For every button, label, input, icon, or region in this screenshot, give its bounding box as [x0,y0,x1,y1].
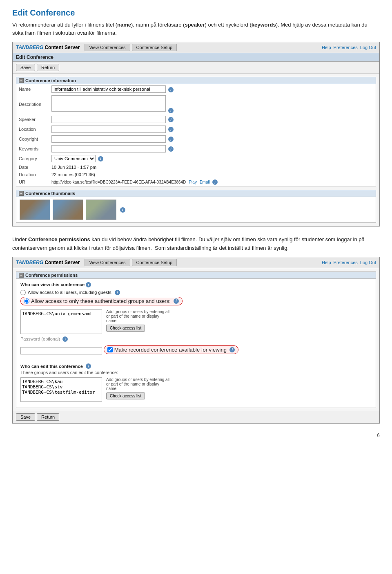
table-row: URI http://video.kau.se/tcs/?id=DBC9223A… [16,178,376,186]
perm-nav-tab-view[interactable]: View Conferences [85,259,130,266]
intro-paragraph: Vi rekommenderar att du fyller i filmens… [12,21,380,37]
thumbnail-1[interactable] [20,200,50,220]
thumbnail-2[interactable] [53,200,83,220]
allow-auth-info-icon[interactable]: i [174,298,179,304]
return-button-top[interactable]: Return [37,64,59,71]
view-users-hint-area: Add groups or users by entering all or p… [106,309,172,334]
make-available-info-icon[interactable]: i [229,347,235,352]
nav-tab-conference-setup[interactable]: Conference Setup [132,44,177,51]
conference-thumbnails-section: − Conference thumbnails i [16,190,376,223]
table-row: Copyright i [16,134,376,144]
perm-nav-tab-setup[interactable]: Conference Setup [132,259,177,266]
view-users-textarea[interactable]: TANDBERG-CS\univ gemensamt [20,309,102,334]
perm-nav-preferences[interactable]: Preferences [334,260,358,265]
return-button-bottom[interactable]: Return [37,413,59,421]
table-row: Name i [16,84,376,94]
nav-logout-link[interactable]: Log Out [360,45,376,50]
field-value-date: 10 Jun 2010 - 1:57 pm [49,164,376,171]
bottom-button-row: Save Return [13,411,379,423]
view-check-access-btn[interactable]: Check access list [106,325,145,332]
field-label-copyright: Copyright [16,134,49,144]
keywords-input[interactable] [51,145,166,152]
permissions-body: Who can view this conference i Allow acc… [16,279,376,408]
top-button-row: Save Return [13,62,379,74]
thumbnail-3[interactable] [86,200,116,220]
perm-brand-logo: TANDBERG Content Server [16,260,80,265]
field-value-speaker: i [49,114,376,124]
perm-top-navbar: TANDBERG Content Server View Conferences… [13,257,379,268]
who-view-info-icon[interactable]: i [86,282,91,287]
copyright-input[interactable] [51,135,166,143]
location-info-icon[interactable]: i [168,127,174,132]
speaker-input[interactable] [51,116,166,123]
uri-text: http://video.kau.se/tcs/?id=DBC9223A-FEE… [51,180,186,184]
field-label-duration: Duration [16,171,49,178]
thumbnails-label: Conference thumbnails [25,191,75,196]
permissions-collapse-icon[interactable]: − [19,273,24,278]
uri-info-icon[interactable]: i [212,179,218,185]
table-row: Date 10 Jun 2010 - 1:57 pm [16,164,376,171]
thumbnails-info-icon[interactable]: i [120,207,125,213]
edit-users-textarea[interactable]: TANDBERG-CS\kau TANDBERG-CS\stv TANDBERG… [20,377,102,402]
allow-auth-label: Allow access to only these authenticated… [31,298,171,304]
name-input[interactable] [51,85,166,93]
make-available-row: Make recorded conference available for v… [104,345,238,354]
category-info-icon[interactable]: i [98,156,103,161]
thumbnails-collapse-icon[interactable]: − [19,191,24,196]
description-input[interactable] [51,95,166,112]
field-value-copyright: i [49,134,376,144]
collapse-icon[interactable]: − [19,78,24,83]
table-row: Description i [16,94,376,114]
location-input[interactable] [51,126,166,133]
thumbnails-row: i [16,197,376,222]
who-edit-label: Who can edit this conference i [20,363,372,369]
perm-nav-logout[interactable]: Log Out [360,260,376,265]
between-text-1: Under Conference permissions kan du vid … [12,235,380,253]
edit-check-access-btn[interactable]: Check access list [106,392,145,399]
perm-nav-help[interactable]: Help [322,260,331,265]
name-info-icon[interactable]: i [168,87,174,92]
password-info-icon[interactable]: i [62,336,68,342]
brand-logo: TANDBERG Content Server [16,45,80,50]
make-available-checkbox[interactable] [107,347,113,352]
field-value-duration: 22 minutes (00:21:36) [49,171,376,178]
speaker-info-icon[interactable]: i [168,117,174,122]
make-available-wrapper: Make recorded conference available for v… [104,345,238,354]
keywords-info-icon[interactable]: i [168,146,174,152]
edit-conference-screenshot: TANDBERG Content Server View Conferences… [12,42,380,226]
password-input[interactable] [20,347,102,354]
conference-info-header: − Conference information [16,77,376,84]
table-row: Location i [16,124,376,134]
who-view-label: Who can view this conference i [20,282,372,287]
description-info-icon[interactable]: i [168,108,174,113]
field-label-category: Category [16,154,49,164]
email-link[interactable]: Email [200,180,210,184]
permissions-section: − Conference permissions Who can view th… [16,271,376,408]
perm-nav-right: Help Preferences Log Out [322,260,376,265]
permissions-divider [20,360,372,360]
allow-all-info-icon[interactable]: i [115,290,120,295]
allow-all-label: Allow access to all users, including gue… [28,290,111,295]
nav-preferences-link[interactable]: Preferences [334,45,358,50]
table-row: Keywords i [16,144,376,154]
nav-help-link[interactable]: Help [322,45,331,50]
save-button-top[interactable]: Save [16,64,35,71]
edit-desc: These groups and users can edit the conf… [20,370,372,375]
nav-tab-view-conferences[interactable]: View Conferences [85,44,130,51]
allow-all-radio[interactable] [20,290,26,295]
edit-users-hint-area: Add groups or users by entering all or p… [106,377,172,402]
who-edit-info-icon[interactable]: i [86,363,91,369]
conference-info-table: Name i Description i Speaker [16,84,376,186]
field-value-keywords: i [49,144,376,154]
view-add-hint: Add groups or users by entering all or p… [106,309,172,323]
play-link[interactable]: Play [189,180,196,184]
allow-auth-radio[interactable] [24,298,29,304]
field-value-uri: http://video.kau.se/tcs/?id=DBC9223A-FEE… [49,178,376,186]
allow-auth-option-wrapper: Allow access to only these authenticated… [20,297,183,305]
save-button-bottom[interactable]: Save [16,413,35,421]
field-label-name: Name [16,84,49,94]
edit-conference-header: Edit Conference [13,53,379,62]
field-label-uri: URI [16,178,49,186]
copyright-info-icon[interactable]: i [168,137,174,142]
category-select[interactable]: Univ Gemensam [51,155,96,162]
